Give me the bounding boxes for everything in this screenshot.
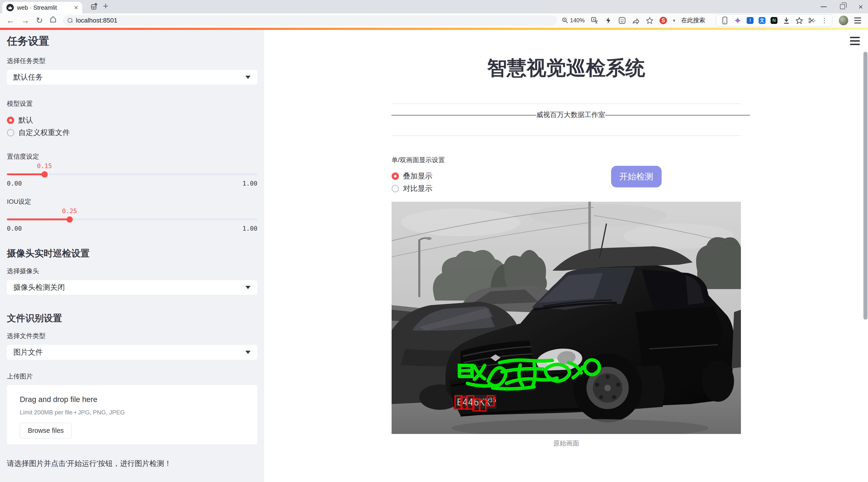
radio-selected-icon[interactable]	[392, 173, 399, 180]
search-icon	[68, 18, 73, 23]
forward-icon[interactable]: →	[21, 16, 29, 25]
blue-extension-icon[interactable]: !	[747, 17, 753, 24]
iou-label: IOU设定	[7, 197, 257, 206]
confidence-min: 0.00	[7, 180, 22, 187]
share-icon[interactable]	[632, 17, 640, 24]
sidebar-section-title: 任务设置	[7, 34, 257, 48]
window-scrollbar[interactable]	[863, 52, 868, 320]
lightning-icon[interactable]	[604, 17, 612, 24]
slider-thumb[interactable]	[41, 171, 48, 178]
main-content: 智慧视觉巡检系统 —————————————————————威视百万大数据工作室…	[264, 30, 868, 482]
model-radio-default-label: 默认	[19, 115, 33, 125]
confidence-value: 0.15	[37, 162, 52, 170]
search-extension-icon[interactable]: S	[659, 17, 667, 24]
camera-select[interactable]: 摄像头检测关闭	[7, 280, 257, 295]
address-bar[interactable]: localhost:8501	[63, 15, 557, 26]
display-radio-overlay[interactable]: 叠加显示	[392, 170, 741, 182]
confidence-label: 置信度设定	[7, 152, 257, 161]
phone-icon[interactable]	[721, 17, 729, 24]
sidebar-hint-text: 请选择图片并点击'开始运行'按钮，进行图片检测！	[7, 458, 257, 469]
start-detection-button[interactable]: 开始检测	[611, 166, 662, 187]
app-menu-icon[interactable]	[850, 37, 860, 45]
model-radio-custom-label: 自定义权重文件	[19, 128, 70, 138]
profile-avatar[interactable]	[839, 16, 848, 25]
download-icon[interactable]	[782, 17, 790, 24]
upload-label: 上传图片	[7, 372, 257, 381]
translate-extension-icon[interactable]: 文	[758, 17, 766, 24]
n-extension-icon[interactable]: N	[771, 17, 777, 24]
browse-files-button[interactable]: Browse files	[20, 423, 72, 438]
snip-scissors-icon[interactable]	[808, 17, 816, 24]
window-close-icon[interactable]: ×	[858, 3, 863, 10]
back-icon[interactable]: ←	[6, 16, 15, 25]
gemini-spark-icon[interactable]	[734, 17, 742, 24]
extension-smiley-icon[interactable]	[618, 17, 626, 24]
uploader-drag-text: Drag and drop file here	[20, 395, 257, 404]
sidebar: 任务设置 选择任务类型 默认任务 模型设置 默认 自定义权重文件 置信度设定 0…	[0, 30, 264, 482]
new-tab-button[interactable]: +	[103, 1, 108, 11]
display-radio-compare-label: 对比显示	[403, 183, 433, 193]
iou-value: 0.25	[62, 207, 77, 215]
extensions-pill: ! 文 N ⋮	[716, 14, 832, 26]
toolbar-right-icons: 140% A S ▾ 在此搜索	[562, 16, 705, 24]
camera-value: 摄像头检测关闭	[13, 282, 65, 293]
url-text[interactable]: localhost:8501	[76, 17, 118, 24]
radio-unselected-icon[interactable]	[392, 185, 399, 192]
uploader-limit-text: Limit 200MB per file • JPG, PNG, JPEG	[20, 409, 257, 416]
browser-tab[interactable]: web · Streamlit ×	[2, 2, 82, 13]
model-radio-custom[interactable]: 自定义权重文件	[7, 126, 257, 139]
camera-label: 选择摄像头	[7, 267, 257, 275]
favorite-star-icon[interactable]	[646, 17, 654, 24]
file-section-title: 文件识别设置	[7, 312, 257, 324]
model-radio-default[interactable]: 默认	[7, 114, 257, 126]
radio-unselected-icon[interactable]	[7, 129, 14, 137]
radio-selected-icon[interactable]	[7, 117, 14, 124]
window-minimize-icon[interactable]	[821, 6, 827, 7]
camera-section-title: 摄像头实时巡检设置	[7, 247, 257, 259]
streamlit-app: 任务设置 选择任务类型 默认任务 模型设置 默认 自定义权重文件 置信度设定 0…	[0, 28, 868, 482]
chevron-down-icon	[245, 286, 250, 289]
model-label: 模型设置	[7, 99, 257, 108]
file-type-select[interactable]: 图片文件	[7, 345, 257, 360]
task-type-select[interactable]: 默认任务	[7, 70, 257, 85]
confidence-max: 1.00	[243, 180, 257, 187]
task-type-label: 选择任务类型	[7, 57, 257, 65]
studio-line: —————————————————————威视百万大数据工作室—————————…	[392, 110, 741, 120]
toolbar-kebab-icon[interactable]: ⋮	[821, 17, 828, 24]
zoom-indicator[interactable]: 140%	[562, 17, 585, 24]
home-icon[interactable]	[49, 16, 57, 25]
display-radio-overlay-label: 叠加显示	[403, 171, 433, 181]
streamlit-decoration-bar	[0, 28, 868, 30]
tab-close-icon[interactable]: ×	[74, 4, 78, 11]
chevron-down-icon	[245, 351, 250, 354]
page-title: 智慧视觉巡检系统	[392, 56, 741, 81]
svg-text:A: A	[593, 18, 595, 21]
window-restore-icon[interactable]	[840, 4, 845, 9]
slider-fill	[7, 218, 70, 220]
confidence-slider[interactable]: 0.15 0.00 1.00	[7, 162, 257, 187]
image-caption: 原始画面	[392, 439, 741, 448]
divider	[392, 135, 741, 136]
slider-fill	[7, 173, 44, 175]
zoom-level: 140%	[570, 17, 585, 24]
collections-star-icon[interactable]	[795, 17, 803, 24]
tab-workspaces-icon[interactable]	[90, 3, 98, 11]
window-controls: ×	[821, 0, 863, 13]
browser-menu-icon[interactable]	[854, 18, 861, 24]
translate-icon[interactable]: A	[591, 17, 598, 24]
task-type-value: 默认任务	[13, 72, 43, 82]
search-here-label[interactable]: 在此搜索	[681, 16, 705, 24]
display-radio-compare[interactable]: 对比显示	[392, 182, 741, 195]
browser-toolbar: ← → ↻ localhost:8501 140% A S ▾ 在此搜索	[0, 13, 868, 28]
iou-max: 1.00	[243, 225, 257, 232]
file-uploader-dropzone[interactable]: Drag and drop file here Limit 200MB per …	[7, 385, 257, 444]
tab-title: web · Streamlit	[17, 4, 71, 11]
svg-text:35: 35	[489, 397, 496, 403]
iou-slider[interactable]: 0.25 0.00 1.00	[7, 207, 257, 232]
display-mode-label: 单/双画面显示设置	[392, 156, 741, 164]
iou-min: 0.00	[7, 225, 22, 232]
reload-icon[interactable]: ↻	[36, 16, 43, 25]
slider-thumb[interactable]	[66, 216, 73, 222]
search-extension-caret-icon[interactable]: ▾	[673, 18, 675, 23]
detection-image: B446KX 35	[392, 202, 741, 434]
